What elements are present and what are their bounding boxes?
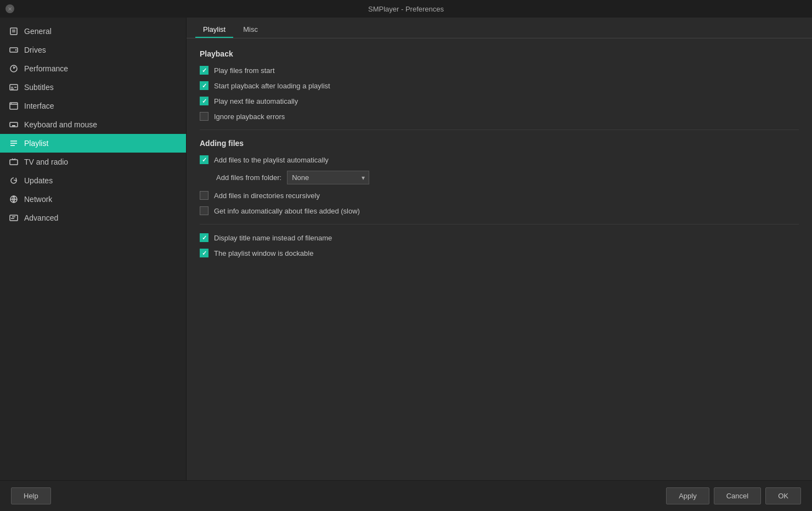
checkbox-ignore-errors[interactable]: [200, 112, 208, 121]
checkbox-display-title[interactable]: [200, 233, 208, 242]
sidebar-item-network[interactable]: Network: [0, 190, 186, 209]
option-dockable: The playlist window is dockable: [200, 249, 799, 257]
svg-rect-28: [10, 215, 18, 221]
label-start-playback-loading: Start playback after loading a playlist: [214, 82, 330, 90]
sidebar-label-interface: Interface: [24, 102, 54, 110]
option-recursive: Add files in directories recursively: [200, 191, 799, 200]
playlist-icon: [9, 138, 19, 148]
sidebar-item-tv-radio[interactable]: TV and radio: [0, 153, 186, 171]
svg-rect-23: [10, 160, 18, 165]
sidebar-label-subtitles: Subtitles: [24, 83, 54, 92]
checkbox-get-info[interactable]: [200, 206, 208, 215]
checkbox-start-playback-loading[interactable]: [200, 81, 208, 90]
cancel-button[interactable]: Cancel: [714, 487, 761, 504]
option-get-info: Get info automatically about files added…: [200, 206, 799, 215]
option-play-from-start: Play files from start: [200, 66, 799, 75]
content-area: Playlist Misc Playback Play files from s…: [187, 18, 812, 480]
sidebar-label-keyboard: Keyboard and mouse: [24, 120, 97, 129]
svg-point-4: [15, 49, 16, 50]
action-buttons: Apply Cancel OK: [666, 487, 801, 504]
tab-misc[interactable]: Misc: [235, 22, 266, 38]
updates-icon: [9, 176, 19, 186]
sidebar-label-tv-radio: TV and radio: [24, 158, 68, 166]
label-dockable: The playlist window is dockable: [214, 249, 313, 257]
checkbox-play-next-auto[interactable]: [200, 97, 208, 105]
folder-select[interactable]: None Current folder Last folder: [287, 171, 369, 184]
option-ignore-errors: Ignore playback errors: [200, 112, 799, 121]
separator-2: [200, 224, 799, 224]
advanced-icon: [9, 213, 19, 223]
title-bar: ✕ SMPlayer - Preferences: [0, 0, 812, 18]
sidebar-label-general: General: [24, 27, 52, 36]
svg-rect-0: [10, 28, 17, 35]
network-icon: [9, 194, 19, 204]
sidebar-item-subtitles[interactable]: Subtitles: [0, 78, 186, 97]
checkbox-add-auto[interactable]: [200, 155, 208, 164]
settings-panel: Playback Play files from start Start pla…: [187, 38, 812, 480]
playback-section-title: Playback: [200, 49, 799, 58]
subtitles-icon: [9, 82, 19, 92]
sidebar-item-drives[interactable]: Drives: [0, 41, 186, 59]
interface-icon: [9, 101, 19, 111]
sidebar-item-keyboard[interactable]: Keyboard and mouse: [0, 115, 186, 134]
sidebar-item-playlist[interactable]: Playlist: [0, 134, 186, 153]
checkbox-play-from-start[interactable]: [200, 66, 208, 75]
adding-files-section-title: Adding files: [200, 139, 799, 148]
general-icon: [9, 26, 19, 36]
help-button[interactable]: Help: [11, 487, 51, 504]
sidebar: General Drives Performance: [0, 18, 187, 480]
sidebar-item-advanced[interactable]: Advanced: [0, 209, 186, 227]
option-start-playback-loading: Start playback after loading a playlist: [200, 81, 799, 90]
label-add-auto: Add files to the playlist automatically: [214, 156, 329, 164]
apply-button[interactable]: Apply: [666, 487, 709, 504]
close-button[interactable]: ✕: [5, 4, 14, 13]
tv-icon: [9, 157, 19, 167]
tab-bar: Playlist Misc: [187, 18, 812, 38]
folder-select-wrapper: None Current folder Last folder: [287, 171, 369, 184]
sidebar-label-network: Network: [24, 195, 52, 204]
sidebar-item-interface[interactable]: Interface: [0, 97, 186, 115]
sidebar-label-updates: Updates: [24, 176, 53, 185]
sidebar-item-performance[interactable]: Performance: [0, 59, 186, 78]
option-display-title: Display title name instead of filename: [200, 233, 799, 242]
sidebar-label-advanced: Advanced: [24, 214, 58, 222]
label-play-next-auto: Play next file automatically: [214, 97, 298, 105]
label-get-info: Get info automatically about files added…: [214, 207, 360, 215]
option-play-next-auto: Play next file automatically: [200, 97, 799, 105]
drives-icon: [9, 45, 19, 55]
tab-playlist[interactable]: Playlist: [195, 22, 233, 38]
sidebar-item-general[interactable]: General: [0, 22, 186, 41]
sidebar-label-playlist: Playlist: [24, 139, 48, 148]
performance-icon: [9, 64, 19, 74]
label-ignore-errors: Ignore playback errors: [214, 113, 285, 121]
sidebar-item-updates[interactable]: Updates: [0, 171, 186, 190]
folder-label: Add files from folder:: [216, 173, 281, 182]
window-title: SMPlayer - Preferences: [368, 5, 444, 13]
sidebar-label-performance: Performance: [24, 64, 68, 73]
sidebar-label-drives: Drives: [24, 46, 46, 54]
svg-point-14: [11, 103, 12, 104]
folder-row: Add files from folder: None Current fold…: [216, 171, 799, 184]
label-recursive: Add files in directories recursively: [214, 192, 320, 200]
keyboard-icon: [9, 120, 19, 130]
separator-1: [200, 130, 799, 130]
bottom-bar: Help Apply Cancel OK: [0, 480, 812, 511]
label-display-title: Display title name instead of filename: [214, 234, 332, 242]
option-add-auto: Add files to the playlist automatically: [200, 155, 799, 164]
label-play-from-start: Play files from start: [214, 66, 275, 75]
ok-button[interactable]: OK: [765, 487, 801, 504]
checkbox-recursive[interactable]: [200, 191, 208, 200]
checkbox-dockable[interactable]: [200, 249, 208, 257]
